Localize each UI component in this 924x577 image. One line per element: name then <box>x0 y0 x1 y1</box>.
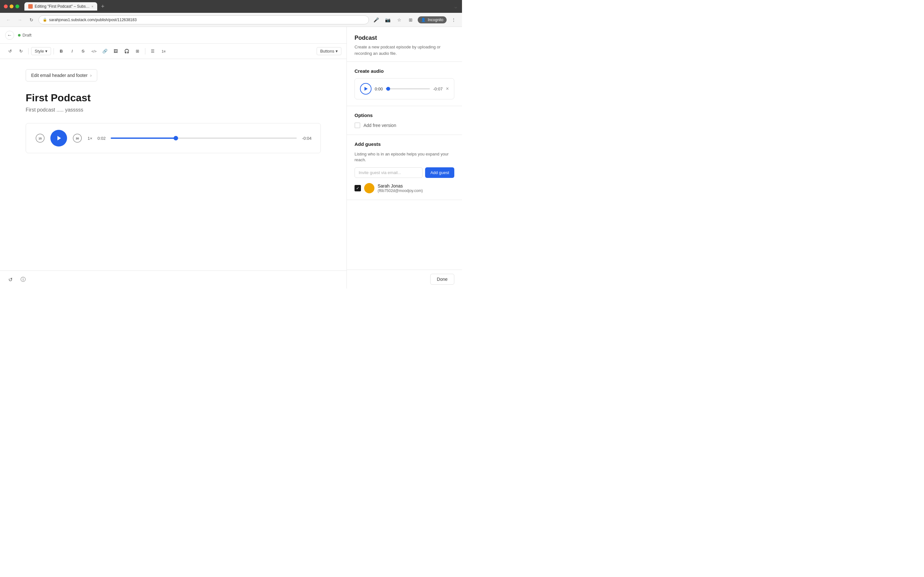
sidebar-description: Create a new podcast episode by uploadin… <box>355 44 454 56</box>
redo-button[interactable]: ↻ <box>16 47 26 56</box>
sidebar-progress-thumb <box>386 87 390 91</box>
current-time-display: 0:02 <box>97 136 105 141</box>
sidebar-remaining-time: -0:07 <box>433 87 443 91</box>
create-audio-section: Create audio 0:00 -0:07 × <box>347 62 462 106</box>
play-button[interactable] <box>50 130 67 147</box>
svg-text:15: 15 <box>39 137 42 140</box>
strikethrough-button[interactable]: S <box>78 47 88 56</box>
new-tab-button[interactable]: + <box>99 3 107 10</box>
sidebar: Podcast Create a new podcast episode by … <box>347 27 462 288</box>
audio-control-box: 0:00 -0:07 × <box>355 78 454 99</box>
skip-back-button[interactable]: 15 <box>35 133 45 143</box>
add-guest-button[interactable]: Add guest <box>425 167 454 178</box>
audio-remove-button[interactable]: × <box>446 86 449 92</box>
free-version-label: Add free version <box>363 123 396 128</box>
app-body: ← Draft ↺ ↻ Style ▾ B I S </> 🔗 🖼 🎧 ⊞ <box>0 27 462 288</box>
active-tab[interactable]: Editing "First Podcast" – Subs… × <box>24 2 97 11</box>
audio-progress-bar[interactable] <box>111 137 297 139</box>
back-to-posts-button[interactable]: ← <box>5 31 14 40</box>
star-icon[interactable]: ☆ <box>395 15 404 24</box>
sidebar-bottom: Done <box>347 269 462 288</box>
link-button[interactable]: 🔗 <box>100 47 110 56</box>
editor-content: Edit email header and footer › First Pod… <box>0 59 347 271</box>
traffic-lights <box>4 5 19 8</box>
options-title: Options <box>355 113 454 118</box>
svg-text:30: 30 <box>76 137 79 140</box>
progress-fill <box>111 137 176 139</box>
info-button[interactable]: ⓘ <box>18 275 28 285</box>
guest-checkbox[interactable]: ✓ <box>355 185 361 191</box>
minimize-window-button[interactable] <box>10 5 13 8</box>
options-section: Options Add free version <box>347 106 462 135</box>
window-menu-button[interactable]: ⌄ <box>453 3 458 10</box>
history-icon: ↺ <box>8 277 13 283</box>
audio-player: 15 30 1× 0:02 <box>26 123 321 153</box>
skip-forward-button[interactable]: 30 <box>72 133 82 143</box>
draft-status-dot <box>18 34 21 37</box>
edit-header-chevron-icon: › <box>90 73 92 78</box>
formatting-toolbar: ↺ ↻ Style ▾ B I S </> 🔗 🖼 🎧 ⊞ ☰ 1≡ Butto… <box>0 44 347 59</box>
tab-grid-icon[interactable]: ⊞ <box>406 15 415 24</box>
editor-bottom-bar: ↺ ⓘ <box>0 271 347 288</box>
guest-info: Sarah Jonas (f6b7502d@moodjoy.com) <box>378 183 454 193</box>
draft-label: Draft <box>23 33 31 37</box>
undo-button[interactable]: ↺ <box>5 47 15 56</box>
browser-menu-button[interactable]: ⋮ <box>449 15 458 24</box>
incognito-label: Incognito <box>428 18 443 22</box>
back-button[interactable]: ← <box>4 15 13 24</box>
embed-button[interactable]: ⊞ <box>133 47 142 56</box>
bullet-list-button[interactable]: ☰ <box>148 47 158 56</box>
progress-thumb <box>174 136 178 140</box>
invite-row: Add guest <box>355 167 454 178</box>
style-chevron-icon: ▾ <box>45 49 47 53</box>
fullscreen-window-button[interactable] <box>15 5 19 8</box>
toolbar-divider <box>28 48 29 55</box>
playback-speed-button[interactable]: 1× <box>87 136 92 141</box>
post-subtitle[interactable]: First podcast ..... yasssss <box>26 107 321 113</box>
toolbar-divider-2 <box>53 48 54 55</box>
camera-off-icon[interactable]: 📷 <box>383 15 392 24</box>
close-window-button[interactable] <box>4 5 8 8</box>
ordered-list-button[interactable]: 1≡ <box>159 47 168 56</box>
incognito-button[interactable]: 👤 Incognito <box>418 16 447 23</box>
reload-button[interactable]: ↻ <box>27 15 36 24</box>
guests-description: Listing who is in an episode helps you e… <box>355 151 454 163</box>
code-button[interactable]: </> <box>89 47 99 56</box>
history-button[interactable]: ↺ <box>5 275 15 285</box>
sidebar-header: Podcast Create a new podcast episode by … <box>347 27 462 62</box>
buttons-dropdown[interactable]: Buttons ▾ <box>317 47 341 55</box>
tab-bar: Editing "First Podcast" – Subs… × + <box>24 2 451 11</box>
style-dropdown[interactable]: Style ▾ <box>31 47 51 55</box>
bold-button[interactable]: B <box>57 47 66 56</box>
tab-close-button[interactable]: × <box>91 5 94 8</box>
post-title[interactable]: First Podcast <box>26 92 321 104</box>
forward-button[interactable]: → <box>15 15 24 24</box>
free-version-checkbox[interactable] <box>355 122 360 128</box>
browser-chrome: Editing "First Podcast" – Subs… × + ⌄ <box>0 0 462 13</box>
italic-button[interactable]: I <box>67 47 77 56</box>
svg-marker-2 <box>57 136 61 140</box>
edit-header-footer-button[interactable]: Edit email header and footer › <box>26 69 97 81</box>
url-bar[interactable]: 🔒 sarahjonas1.substack.com/publish/post/… <box>39 15 369 24</box>
invite-email-input[interactable] <box>355 167 423 178</box>
address-bar: ← → ↻ 🔒 sarahjonas1.substack.com/publish… <box>0 13 462 27</box>
image-button[interactable]: 🖼 <box>111 47 121 56</box>
buttons-label: Buttons <box>320 49 334 53</box>
sidebar-current-time: 0:00 <box>375 87 383 91</box>
audio-button[interactable]: 🎧 <box>122 47 132 56</box>
svg-marker-5 <box>365 87 368 91</box>
tab-favicon <box>28 4 33 9</box>
sidebar-progress-bar[interactable] <box>386 88 430 89</box>
info-icon: ⓘ <box>21 276 26 283</box>
microphone-icon[interactable]: 🎤 <box>372 15 381 24</box>
remaining-time-display: -0:04 <box>302 136 312 141</box>
browser-toolbar: 🎤 📷 ☆ ⊞ 👤 Incognito ⋮ <box>372 15 458 24</box>
sidebar-play-button[interactable] <box>360 83 372 95</box>
editor-area: ← Draft ↺ ↻ Style ▾ B I S </> 🔗 🖼 🎧 ⊞ <box>0 27 347 288</box>
toolbar-divider-3 <box>145 48 145 55</box>
draft-badge: Draft <box>18 33 31 37</box>
done-button[interactable]: Done <box>430 274 454 285</box>
lock-icon: 🔒 <box>43 18 47 22</box>
tab-label: Editing "First Podcast" – Subs… <box>35 4 89 9</box>
edit-header-label: Edit email header and footer <box>31 73 87 78</box>
